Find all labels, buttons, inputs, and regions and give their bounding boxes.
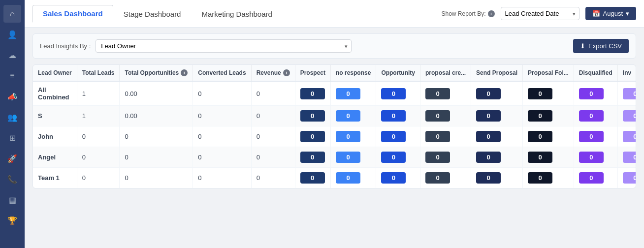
filter-left: Lead Insights By : Lead Owner Lead Sourc… <box>40 39 352 53</box>
sidebar-item-grid[interactable]: ⊞ <box>3 129 21 147</box>
cell-proposal_cre: 0 <box>420 168 471 188</box>
cell-total_opportunities: 0 <box>120 126 193 147</box>
cell-send_proposal: 0 <box>471 147 523 168</box>
badge-inv[interactable]: 0 <box>623 88 636 99</box>
badge-inv[interactable]: 0 <box>623 110 636 122</box>
badge-proposal_cre[interactable]: 0 <box>425 172 450 184</box>
badge-proposal_fol[interactable]: 0 <box>528 110 552 122</box>
badge-proposal_fol[interactable]: 0 <box>528 152 552 163</box>
badge-prospect[interactable]: 0 <box>300 110 325 122</box>
cell-prospect: 0 <box>295 147 330 168</box>
cell-opportunity: 0 <box>376 106 420 126</box>
cell-total_opportunities: 0 <box>120 147 193 168</box>
cell-inv: 0 <box>617 147 636 168</box>
badge-disqualified[interactable]: 0 <box>579 152 604 163</box>
sidebar-item-cloud[interactable]: ☁ <box>3 46 21 64</box>
badge-prospect[interactable]: 0 <box>300 88 325 99</box>
cell-converted_leads: 0 <box>193 106 251 126</box>
sidebar-item-megaphone[interactable]: 📣 <box>3 88 21 105</box>
cell-proposal_cre: 0 <box>420 81 471 106</box>
cell-proposal_cre: 0 <box>420 147 471 168</box>
sidebar-item-list[interactable]: ≡ <box>3 67 21 85</box>
badge-opportunity[interactable]: 0 <box>381 131 406 142</box>
badge-send_proposal[interactable]: 0 <box>476 172 501 184</box>
sidebar-item-user[interactable]: 👤 <box>3 26 21 43</box>
badge-disqualified[interactable]: 0 <box>579 88 604 99</box>
sidebar-item-users[interactable]: 👥 <box>3 108 21 126</box>
col-opportunity: Opportunity <box>376 65 420 81</box>
badge-no_response[interactable]: 0 <box>336 152 360 163</box>
badge-inv[interactable]: 0 <box>623 131 636 142</box>
badge-disqualified[interactable]: 0 <box>579 110 604 122</box>
data-table-container: Lead Owner Total Leads Total Opportuniti… <box>32 64 636 188</box>
badge-proposal_fol[interactable]: 0 <box>528 172 552 184</box>
cell-total_leads: 0 <box>77 126 120 147</box>
badge-proposal_fol[interactable]: 0 <box>528 88 552 99</box>
cell-no_response: 0 <box>331 147 376 168</box>
badge-prospect[interactable]: 0 <box>300 131 325 142</box>
badge-send_proposal[interactable]: 0 <box>476 131 501 142</box>
col-prospect: Prospect <box>295 65 330 81</box>
badge-proposal_cre[interactable]: 0 <box>425 110 450 122</box>
filter-label: Lead Insights By : <box>40 42 91 50</box>
col-proposal-cre: proposal cre... <box>420 65 471 81</box>
badge-proposal_fol[interactable]: 0 <box>528 131 552 142</box>
badge-no_response[interactable]: 0 <box>336 172 360 184</box>
filter-row: Lead Insights By : Lead Owner Lead Sourc… <box>32 33 636 59</box>
sidebar-item-phone[interactable]: 📞 <box>3 170 21 188</box>
lead-created-date-select[interactable]: Lead Created Date Closed Date Modified D… <box>501 7 580 20</box>
tab-marketing-dashboard[interactable]: Marketing Dashboard <box>191 5 282 22</box>
col-send-proposal: Send Proposal <box>471 65 523 81</box>
cell-converted_leads: 0 <box>193 168 251 188</box>
topbar-right: Show Report By: i Lead Created Date Clos… <box>441 7 636 20</box>
sidebar-item-apps[interactable]: ▦ <box>3 191 21 209</box>
badge-prospect[interactable]: 0 <box>300 152 325 163</box>
badge-proposal_cre[interactable]: 0 <box>425 88 450 99</box>
badge-no_response[interactable]: 0 <box>336 88 360 99</box>
sidebar-item-trophy[interactable]: 🏆 <box>3 212 21 229</box>
cell-no_response: 0 <box>331 126 376 147</box>
badge-inv[interactable]: 0 <box>623 152 636 163</box>
month-button[interactable]: 📅 August ▾ <box>585 7 636 20</box>
table-row: Team 1000000000000 <box>33 168 636 188</box>
cell-converted_leads: 0 <box>193 126 251 147</box>
badge-send_proposal[interactable]: 0 <box>476 88 501 99</box>
main-content: Sales Dashboard Stage Dashboard Marketin… <box>25 0 644 248</box>
badge-disqualified[interactable]: 0 <box>579 131 604 142</box>
tab-stage-dashboard[interactable]: Stage Dashboard <box>113 5 192 22</box>
cell-lead_owner: All Combined <box>33 81 77 106</box>
badge-opportunity[interactable]: 0 <box>381 110 406 122</box>
badge-proposal_cre[interactable]: 0 <box>425 152 450 163</box>
filter-select-wrapper: Lead Owner Lead Source Lead Status <box>96 39 352 53</box>
badge-disqualified[interactable]: 0 <box>579 172 604 184</box>
download-icon: ⬇ <box>580 42 585 50</box>
cell-total_opportunities: 0 <box>120 168 193 188</box>
badge-send_proposal[interactable]: 0 <box>476 152 501 163</box>
cell-revenue: 0 <box>251 106 295 126</box>
cell-proposal_cre: 0 <box>420 126 471 147</box>
cell-no_response: 0 <box>331 106 376 126</box>
table-row: S10.000000000000 <box>33 106 636 126</box>
export-csv-button[interactable]: ⬇ Export CSV <box>573 39 629 53</box>
badge-no_response[interactable]: 0 <box>336 110 360 122</box>
badge-opportunity[interactable]: 0 <box>381 172 406 184</box>
badge-opportunity[interactable]: 0 <box>381 152 406 163</box>
calendar-icon: 📅 <box>592 10 600 17</box>
badge-proposal_cre[interactable]: 0 <box>425 131 450 142</box>
cell-opportunity: 0 <box>376 168 420 188</box>
cell-proposal_fol: 0 <box>523 168 574 188</box>
content-area: Lead Insights By : Lead Owner Lead Sourc… <box>25 28 644 248</box>
cell-opportunity: 0 <box>376 147 420 168</box>
sidebar-item-home[interactable]: ⌂ <box>3 5 21 23</box>
badge-no_response[interactable]: 0 <box>336 131 360 142</box>
tab-sales-dashboard[interactable]: Sales Dashboard <box>32 5 113 23</box>
cell-inv: 0 <box>617 126 636 147</box>
badge-send_proposal[interactable]: 0 <box>476 110 501 122</box>
cell-total_leads: 0 <box>77 168 120 188</box>
badge-inv[interactable]: 0 <box>623 172 636 184</box>
sidebar-item-rocket[interactable]: 🚀 <box>3 150 21 167</box>
badge-opportunity[interactable]: 0 <box>381 88 406 99</box>
badge-prospect[interactable]: 0 <box>300 172 325 184</box>
lead-insights-select[interactable]: Lead Owner Lead Source Lead Status <box>96 39 352 53</box>
cell-total_leads: 0 <box>77 147 120 168</box>
